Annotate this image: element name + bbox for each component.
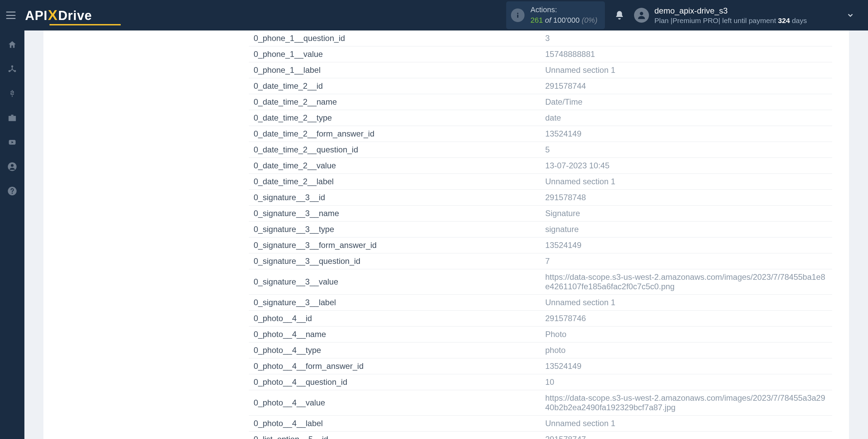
field-key: 0_signature__3__value bbox=[249, 269, 540, 295]
field-key: 0_signature__3__label bbox=[249, 295, 540, 311]
user-menu[interactable]: demo_apix-drive_s3 Plan |Premium PRO| le… bbox=[634, 5, 858, 25]
field-value: 291578747 bbox=[540, 432, 832, 439]
logo[interactable]: API X Drive bbox=[25, 7, 92, 23]
table-row: 0_signature__3__valuehttps://data-scope.… bbox=[249, 269, 832, 295]
field-key: 0_list_option__5__id bbox=[249, 432, 540, 439]
field-key: 0_date_time_2__label bbox=[249, 174, 540, 190]
logo-underline bbox=[50, 24, 121, 25]
field-key: 0_signature__3__name bbox=[249, 206, 540, 222]
field-key: 0_photo__4__name bbox=[249, 327, 540, 342]
table-row: 0_date_time_2__form_answer_id13524149 bbox=[249, 126, 832, 142]
info-icon bbox=[511, 8, 525, 22]
field-key: 0_date_time_2__type bbox=[249, 110, 540, 126]
menu-toggle-button[interactable] bbox=[6, 12, 16, 19]
actions-count: 261 of 100'000 (0%) bbox=[531, 15, 597, 26]
field-value: 291578746 bbox=[540, 311, 832, 327]
field-value: signature bbox=[540, 222, 832, 237]
svg-point-0 bbox=[517, 13, 518, 14]
table-row: 0_photo__4__labelUnnamed section 1 bbox=[249, 416, 832, 432]
table-row: 0_signature__3__question_id7 bbox=[249, 253, 832, 269]
notifications-button[interactable] bbox=[614, 10, 625, 20]
content-card: 0_phone_1__question_id30_phone_1__value1… bbox=[43, 30, 849, 439]
field-value: Unnamed section 1 bbox=[540, 416, 832, 432]
field-value: https://data-scope.s3-us-west-2.amazonaw… bbox=[540, 269, 832, 295]
user-name: demo_apix-drive_s3 bbox=[654, 5, 807, 16]
field-key: 0_photo__4__type bbox=[249, 342, 540, 358]
chevron-down-icon bbox=[846, 11, 854, 19]
table-row: 0_signature__3__typesignature bbox=[249, 222, 832, 237]
main-content: 0_phone_1__question_id30_phone_1__value1… bbox=[24, 30, 868, 439]
field-key: 0_photo__4__question_id bbox=[249, 374, 540, 390]
field-key: 0_signature__3__question_id bbox=[249, 253, 540, 269]
table-row: 0_date_time_2__value13-07-2023 10:45 bbox=[249, 158, 832, 174]
field-value: 7 bbox=[540, 253, 832, 269]
field-value: 13524149 bbox=[540, 126, 832, 142]
table-row: 0_signature__3__id291578748 bbox=[249, 190, 832, 206]
field-value: 291578748 bbox=[540, 190, 832, 206]
table-row: 0_photo__4__id291578746 bbox=[249, 311, 832, 327]
logo-text-x: X bbox=[48, 7, 58, 23]
table-row: 0_date_time_2__labelUnnamed section 1 bbox=[249, 174, 832, 190]
field-value: 13524149 bbox=[540, 237, 832, 253]
field-key: 0_phone_1__value bbox=[249, 46, 540, 62]
table-row: 0_signature__3__form_answer_id13524149 bbox=[249, 237, 832, 253]
field-value: 291578744 bbox=[540, 78, 832, 94]
sidebar-item-briefcase[interactable] bbox=[5, 110, 20, 125]
svg-point-12 bbox=[11, 164, 14, 167]
field-key: 0_photo__4__label bbox=[249, 416, 540, 432]
user-meta: demo_apix-drive_s3 Plan |Premium PRO| le… bbox=[654, 5, 807, 25]
field-value: Photo bbox=[540, 327, 832, 342]
table-row: 0_signature__3__nameSignature bbox=[249, 206, 832, 222]
field-key: 0_date_time_2__id bbox=[249, 78, 540, 94]
field-key: 0_photo__4__form_answer_id bbox=[249, 358, 540, 374]
table-row: 0_date_time_2__id291578744 bbox=[249, 78, 832, 94]
field-value: date bbox=[540, 110, 832, 126]
table-row: 0_date_time_2__question_id5 bbox=[249, 142, 832, 158]
field-value: 13524149 bbox=[540, 358, 832, 374]
sidebar-item-billing[interactable] bbox=[5, 86, 20, 101]
field-value: 10 bbox=[540, 374, 832, 390]
sidebar-item-video[interactable] bbox=[5, 135, 20, 150]
card-right: 0_phone_1__question_id30_phone_1__value1… bbox=[249, 30, 849, 439]
svg-rect-1 bbox=[517, 15, 518, 18]
table-row: 0_photo__4__question_id10 bbox=[249, 374, 832, 390]
field-value: Signature bbox=[540, 206, 832, 222]
field-value: 3 bbox=[540, 30, 832, 46]
field-value: 15748888881 bbox=[540, 46, 832, 62]
svg-point-14 bbox=[12, 193, 13, 194]
user-avatar-icon bbox=[634, 8, 649, 23]
user-plan: Plan |Premium PRO| left until payment 32… bbox=[654, 16, 807, 25]
field-value: photo bbox=[540, 342, 832, 358]
logo-text-drive: Drive bbox=[58, 8, 92, 23]
top-header: API X Drive Actions: 261 of 100'000 (0%)… bbox=[0, 0, 868, 30]
table-row: 0_phone_1__question_id3 bbox=[249, 30, 832, 46]
actions-box[interactable]: Actions: 261 of 100'000 (0%) bbox=[506, 1, 605, 29]
field-value: Date/Time bbox=[540, 94, 832, 110]
field-key: 0_date_time_2__question_id bbox=[249, 142, 540, 158]
sidebar-item-home[interactable] bbox=[5, 37, 20, 52]
card-left-spacer bbox=[43, 30, 249, 439]
table-row: 0_phone_1__labelUnnamed section 1 bbox=[249, 62, 832, 78]
svg-point-3 bbox=[11, 65, 13, 67]
table-row: 0_phone_1__value15748888881 bbox=[249, 46, 832, 62]
table-row: 0_photo__4__namePhoto bbox=[249, 327, 832, 342]
sidebar-item-connections[interactable] bbox=[5, 62, 20, 77]
field-key: 0_date_time_2__form_answer_id bbox=[249, 126, 540, 142]
data-table: 0_phone_1__question_id30_phone_1__value1… bbox=[249, 30, 832, 439]
svg-point-5 bbox=[14, 70, 16, 72]
sidebar-item-help[interactable] bbox=[5, 184, 20, 198]
field-key: 0_photo__4__value bbox=[249, 390, 540, 416]
left-sidebar bbox=[0, 30, 24, 439]
field-key: 0_signature__3__form_answer_id bbox=[249, 237, 540, 253]
svg-point-4 bbox=[8, 70, 11, 72]
field-value: Unnamed section 1 bbox=[540, 174, 832, 190]
actions-label: Actions: bbox=[531, 5, 597, 15]
field-value: 5 bbox=[540, 142, 832, 158]
table-row: 0_date_time_2__nameDate/Time bbox=[249, 94, 832, 110]
field-key: 0_phone_1__label bbox=[249, 62, 540, 78]
actions-text: Actions: 261 of 100'000 (0%) bbox=[531, 5, 597, 26]
table-row: 0_photo__4__form_answer_id13524149 bbox=[249, 358, 832, 374]
svg-point-2 bbox=[640, 12, 643, 15]
field-key: 0_date_time_2__name bbox=[249, 94, 540, 110]
sidebar-item-account[interactable] bbox=[5, 159, 20, 174]
